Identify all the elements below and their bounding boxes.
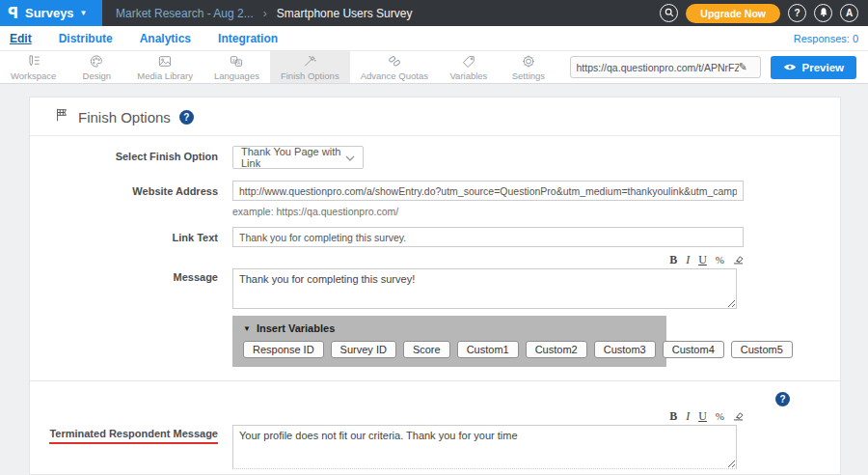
message-textarea[interactable]: Thank you for completing this survey! bbox=[232, 268, 737, 309]
insert-variables-title: Insert Variables bbox=[257, 322, 335, 334]
link-icon[interactable]: % bbox=[716, 255, 724, 265]
terminated-editor-toolbar: B I U % bbox=[232, 410, 744, 423]
gear-icon bbox=[521, 54, 536, 69]
chain-link-icon bbox=[387, 54, 402, 69]
magic-wand-icon bbox=[302, 54, 317, 69]
terminated-message-textarea[interactable]: Your profile does not fit our criteria. … bbox=[232, 425, 737, 469]
finish-options-help-button[interactable]: ? bbox=[179, 110, 194, 125]
variable-button-custom2[interactable]: Custom2 bbox=[526, 341, 587, 358]
topbar-actions: Upgrade Now ? A bbox=[660, 4, 868, 23]
website-address-label: Website Address bbox=[30, 181, 232, 217]
toolbar-item-label: Design bbox=[83, 70, 112, 81]
toolbar-item-media-library[interactable]: Media Library bbox=[126, 51, 203, 83]
main-nav: Edit Distribute Analytics Integration Re… bbox=[0, 26, 868, 51]
svg-text:A: A bbox=[238, 61, 242, 66]
preview-button[interactable]: Preview bbox=[771, 56, 856, 79]
nav-tab-distribute[interactable]: Distribute bbox=[59, 32, 113, 45]
toolbar-item-variables[interactable]: Variables bbox=[439, 51, 499, 83]
product-name: Surveys bbox=[25, 6, 74, 20]
upgrade-now-button[interactable]: Upgrade Now bbox=[686, 4, 780, 23]
nav-tab-edit[interactable]: Edit bbox=[10, 32, 32, 45]
tag-icon bbox=[461, 54, 476, 69]
help-button[interactable]: ? bbox=[788, 4, 806, 22]
underline-button[interactable]: U bbox=[698, 411, 707, 422]
toolbar-item-settings[interactable]: Settings bbox=[499, 51, 558, 83]
message-editor-toolbar: B I U % bbox=[232, 254, 744, 266]
finish-options-form: Select Finish Option Thank You Page with… bbox=[30, 136, 840, 475]
finish-flag-icon bbox=[54, 107, 69, 126]
svg-text:x: x bbox=[233, 58, 236, 63]
insert-variables-buttons: Response ID Survey ID Score Custom1 Cust… bbox=[243, 341, 656, 358]
terminated-message-label: Terminated Respondent Message bbox=[30, 410, 232, 475]
chevron-down-icon: ▼ bbox=[80, 9, 88, 17]
link-text-label: Link Text bbox=[30, 227, 232, 247]
notifications-button[interactable] bbox=[814, 4, 832, 22]
variable-button-custom1[interactable]: Custom1 bbox=[457, 341, 519, 358]
variable-button-custom3[interactable]: Custom3 bbox=[594, 341, 656, 358]
toolbar-item-finish-options[interactable]: Finish Options bbox=[270, 51, 350, 83]
finish-option-selected-value: Thank You Page with Link bbox=[241, 146, 345, 169]
survey-url-box: ✎ bbox=[570, 56, 761, 78]
toolbar-item-label: Workspace bbox=[11, 70, 56, 81]
toolbar-item-label: Finish Options bbox=[281, 70, 339, 81]
nav-tab-analytics[interactable]: Analytics bbox=[140, 32, 191, 45]
remove-format-icon[interactable] bbox=[733, 255, 744, 266]
link-text-input[interactable] bbox=[232, 227, 744, 247]
product-switcher[interactable]: P Surveys ▼ bbox=[0, 0, 102, 26]
eye-icon bbox=[783, 62, 797, 73]
insert-variables-panel: ▼ Insert Variables Response ID Survey ID… bbox=[232, 316, 666, 367]
page-title: Finish Options bbox=[78, 109, 171, 126]
variable-button-custom4[interactable]: Custom4 bbox=[663, 341, 724, 358]
website-address-input[interactable] bbox=[232, 181, 744, 201]
toolbar-item-label: Settings bbox=[512, 70, 545, 81]
toolbar-item-workspace[interactable]: Workspace bbox=[0, 51, 67, 83]
breadcrumb-folder[interactable]: Market Research - Aug 2... bbox=[116, 7, 254, 20]
select-finish-option-label: Select Finish Option bbox=[30, 146, 232, 169]
responses-count[interactable]: Responses: 0 bbox=[794, 33, 858, 44]
finish-option-select[interactable]: Thank You Page with Link bbox=[232, 146, 364, 169]
italic-button[interactable]: I bbox=[686, 411, 690, 422]
variable-button-response-id[interactable]: Response ID bbox=[243, 341, 324, 358]
translate-icon: xA bbox=[229, 54, 244, 69]
toolbar-item-design[interactable]: Design bbox=[67, 51, 126, 83]
variable-button-custom5[interactable]: Custom5 bbox=[731, 341, 793, 358]
edit-url-icon[interactable]: ✎ bbox=[739, 61, 747, 73]
variable-button-score[interactable]: Score bbox=[403, 341, 450, 358]
search-button[interactable] bbox=[660, 4, 678, 22]
remove-format-icon[interactable] bbox=[733, 411, 744, 423]
bell-icon bbox=[819, 7, 828, 19]
toolbar-item-label: Media Library bbox=[137, 70, 193, 81]
triangle-down-icon: ▼ bbox=[243, 324, 251, 333]
preview-label: Preview bbox=[802, 62, 844, 73]
avatar[interactable]: A bbox=[840, 4, 858, 22]
terminated-section-help-button[interactable]: ? bbox=[775, 392, 790, 406]
toolbar-item-advance-quotas[interactable]: Advance Quotas bbox=[350, 51, 439, 83]
toolbar-item-label: Advance Quotas bbox=[361, 70, 428, 81]
breadcrumb-survey-name: Smartphone Users Survey bbox=[277, 7, 413, 20]
page-content: Finish Options ? Select Finish Option Th… bbox=[0, 84, 868, 475]
edit-toolbar: Workspace Design Media Library xA Langua… bbox=[0, 51, 868, 84]
card-header: Finish Options ? bbox=[30, 98, 840, 136]
finish-options-card: Finish Options ? Select Finish Option Th… bbox=[29, 97, 841, 475]
search-icon bbox=[665, 8, 674, 19]
top-bar: P Surveys ▼ Market Research - Aug 2... ›… bbox=[0, 0, 868, 26]
survey-url-input[interactable] bbox=[577, 62, 739, 73]
variable-button-survey-id[interactable]: Survey ID bbox=[331, 341, 396, 358]
workspace-icon bbox=[26, 54, 41, 69]
toolbar-item-languages[interactable]: xA Languages bbox=[203, 51, 270, 83]
italic-button[interactable]: I bbox=[686, 255, 690, 265]
link-icon[interactable]: % bbox=[716, 411, 724, 422]
bold-button[interactable]: B bbox=[669, 411, 677, 422]
chevron-right-icon: › bbox=[263, 7, 267, 20]
terminated-message-label-text: Terminated Respondent Message bbox=[49, 428, 218, 444]
underline-button[interactable]: U bbox=[698, 255, 707, 265]
bold-button[interactable]: B bbox=[669, 255, 677, 265]
insert-variables-toggle[interactable]: ▼ Insert Variables bbox=[243, 322, 656, 334]
chevron-down-icon bbox=[345, 152, 355, 163]
nav-tab-integration[interactable]: Integration bbox=[218, 32, 278, 45]
questionpro-logo-icon: P bbox=[8, 5, 18, 22]
website-address-hint: example: https://qa.questionpro.com/ bbox=[232, 206, 840, 217]
toolbar-item-label: Languages bbox=[214, 70, 259, 81]
palette-icon bbox=[89, 54, 104, 69]
image-icon bbox=[157, 54, 173, 69]
